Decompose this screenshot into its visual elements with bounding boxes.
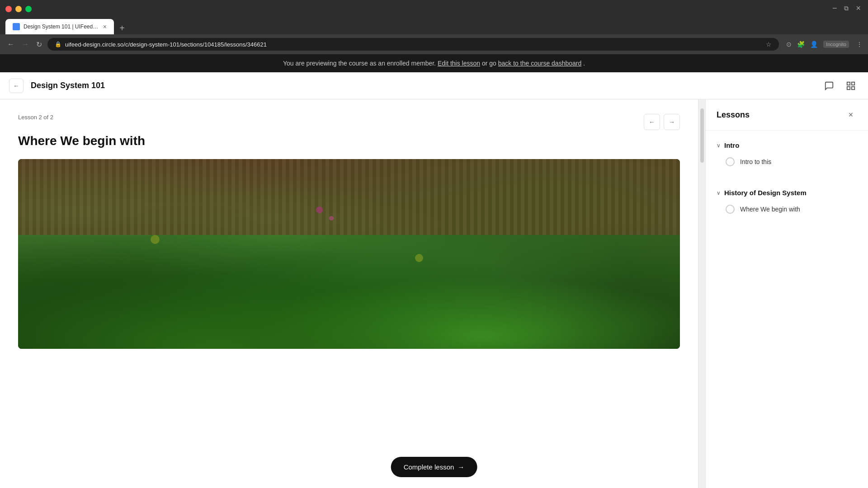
- tab-favicon: [13, 23, 20, 30]
- svg-rect-3: [852, 86, 854, 89]
- preview-banner: You are previewing the course as an enro…: [0, 54, 868, 72]
- lesson-item-title: Intro to this: [740, 158, 771, 165]
- nav-forward-btn[interactable]: →: [20, 38, 31, 50]
- edit-lesson-link[interactable]: Edit this lesson: [438, 60, 480, 67]
- tab-title: Design System 101 | UIFeed Desi...: [24, 23, 99, 30]
- window-minimize-btn[interactable]: [15, 6, 22, 12]
- section-intro-header[interactable]: ∨ Intro: [706, 138, 868, 153]
- outline-btn[interactable]: [843, 78, 859, 94]
- window-minimize-icon[interactable]: −: [832, 4, 837, 13]
- list-item[interactable]: Intro to this: [706, 153, 868, 171]
- browser-tab[interactable]: Design System 101 | UIFeed Desi... ×: [5, 19, 114, 34]
- address-bar[interactable]: 🔒 uifeed-design.circle.so/c/design-syste…: [47, 38, 779, 51]
- chevron-icon: ∨: [717, 142, 721, 149]
- lock-icon: 🔒: [55, 41, 61, 47]
- list-item[interactable]: Where We begin with: [706, 200, 868, 218]
- course-title: Design System 101: [31, 81, 821, 90]
- lesson-item-title-where: Where We begin with: [740, 206, 800, 213]
- comments-icon: [824, 81, 834, 91]
- camera-icon[interactable]: ⊙: [786, 41, 792, 48]
- next-lesson-btn[interactable]: →: [664, 114, 680, 130]
- section-history-header[interactable]: ∨ History of Design System: [706, 185, 868, 200]
- section-intro-title: Intro: [724, 141, 739, 149]
- nav-back-btn[interactable]: ←: [5, 38, 16, 50]
- lesson-video[interactable]: [18, 159, 680, 349]
- back-button[interactable]: ←: [9, 79, 24, 93]
- scrollbar-thumb[interactable]: [700, 108, 704, 163]
- svg-rect-0: [847, 82, 850, 84]
- complete-lesson-label: Complete lesson: [404, 463, 454, 471]
- lesson-meta: Lesson 2 of 2: [18, 114, 53, 121]
- complete-btn-container: Complete lesson →: [391, 457, 477, 477]
- window-maximize-btn[interactable]: [25, 6, 32, 12]
- outline-icon: [846, 81, 856, 91]
- incognito-label: Incognito: [823, 41, 849, 48]
- more-options-icon[interactable]: ⋮: [856, 41, 863, 48]
- new-tab-btn[interactable]: +: [116, 22, 128, 34]
- window-close-icon[interactable]: ×: [856, 4, 861, 13]
- section-history: ∨ History of Design System Where We begi…: [706, 178, 868, 225]
- sidebar-close-btn[interactable]: ×: [844, 108, 857, 121]
- sidebar-title: Lessons: [717, 110, 750, 120]
- tab-close-btn[interactable]: ×: [103, 23, 107, 30]
- lesson-radio-where: [726, 205, 735, 214]
- comments-btn[interactable]: [821, 78, 837, 94]
- nav-refresh-btn[interactable]: ↻: [34, 38, 44, 51]
- prev-lesson-btn[interactable]: ←: [644, 114, 660, 130]
- sidebar-header: Lessons ×: [706, 99, 868, 131]
- lesson-content-area: Lesson 2 of 2 ← → Where We begin with: [0, 99, 698, 488]
- lesson-radio-intro: [726, 157, 735, 166]
- svg-rect-1: [852, 82, 854, 84]
- window-close-btn[interactable]: [5, 6, 12, 12]
- complete-arrow-icon: →: [458, 463, 464, 471]
- header-actions: [821, 78, 859, 94]
- lessons-sidebar: Lessons × ∨ Intro Intro to this ∨ Histor…: [705, 99, 868, 488]
- section-history-title: History of Design System: [724, 189, 807, 197]
- chevron-icon-history: ∨: [717, 190, 721, 196]
- svg-rect-2: [847, 86, 850, 89]
- section-intro: ∨ Intro Intro to this: [706, 131, 868, 178]
- address-text: uifeed-design.circle.so/c/design-system-…: [65, 41, 762, 48]
- lesson-title: Where We begin with: [18, 134, 680, 148]
- complete-lesson-btn[interactable]: Complete lesson →: [391, 457, 477, 477]
- app-header: ← Design System 101: [0, 72, 868, 99]
- profile-icon[interactable]: 👤: [810, 41, 818, 48]
- bookmark-icon[interactable]: ☆: [766, 41, 772, 48]
- extensions-icon[interactable]: 🧩: [797, 41, 805, 48]
- dashboard-link[interactable]: back to the course dashboard: [498, 60, 581, 67]
- lesson-navigation: ← →: [644, 114, 680, 130]
- window-restore-icon[interactable]: ⧉: [844, 5, 849, 12]
- main-scrollbar[interactable]: [698, 99, 705, 488]
